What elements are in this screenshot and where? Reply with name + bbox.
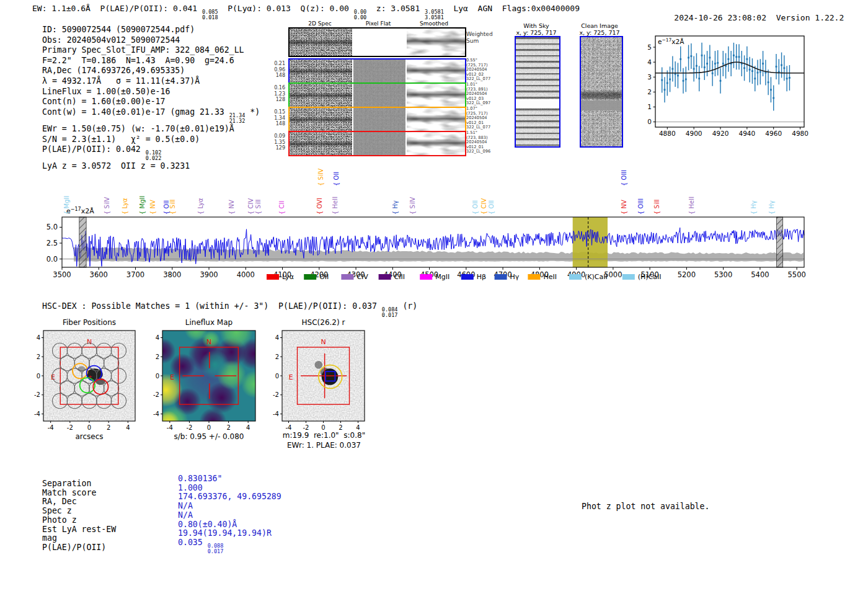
svg-text:0: 0 <box>207 424 211 431</box>
svg-text:5: 5 <box>647 43 652 51</box>
match-value: N/A <box>178 502 281 511</box>
line-fit-inset-chart: 488049004920494049604980012345e−17x2Å <box>644 32 808 143</box>
legend-swatch-MgII <box>420 274 432 280</box>
detection-info-block: ID: 5090072544 (5090072544.pdf)Obs: 2024… <box>42 25 260 172</box>
svg-text:4: 4 <box>126 424 130 431</box>
info-line-7: Cont(n) = 1.60(±0.00)e-17 <box>42 97 260 107</box>
stacked-fraction: 21.3421.32 <box>229 113 246 124</box>
svg-text:0: 0 <box>321 424 325 431</box>
weighted-sum-label: WeightedSum <box>466 31 493 45</box>
svg-text:5300: 5300 <box>714 270 732 279</box>
svg-text:1: 1 <box>647 103 652 110</box>
spec2d-pixelflat-image <box>353 29 405 56</box>
legend-swatch-HeII <box>528 274 540 280</box>
clean-dark-band <box>581 92 622 99</box>
match-label: P(LAE)/P(OII) <box>42 543 116 553</box>
compass-east: E <box>289 373 293 381</box>
lineflux-xlabel: s/b: 0.95 +/- 0.080 <box>153 432 265 441</box>
svg-text:4: 4 <box>246 424 250 431</box>
match-label: mag <box>42 534 116 543</box>
spec2d-row-left-labels: 0.161.23128 <box>268 85 285 103</box>
compass-east: E <box>51 373 55 381</box>
masked-band <box>777 217 783 267</box>
svg-text:4: 4 <box>37 334 40 341</box>
elixer-report-page: EW: 1.1±0.6Å P(LAE)/P(OII): 0.041 0.0850… <box>0 0 868 591</box>
legend-swatch-(H)CaII <box>622 274 635 280</box>
legend-swatch-OII <box>304 274 316 280</box>
report-datetime: 2024-10-26 23:08:02 <box>674 13 766 22</box>
phot-z-note: Phot z plot not available. <box>582 502 709 511</box>
clean-image <box>580 36 623 148</box>
svg-text:5.0: 5.0 <box>46 223 58 231</box>
svg-text:-2: -2 <box>186 424 192 431</box>
svg-text:3900: 3900 <box>200 270 218 279</box>
legend-label: OII <box>319 273 329 281</box>
info-line-0: ID: 5090072544 (5090072544.pdf) <box>42 25 260 35</box>
info-line-1: Obs: 20240504v012_5090072544 <box>42 35 260 46</box>
hsc-dex-summary: HSC-DEX : Possible Matches = 1 (within +… <box>42 301 417 318</box>
line-marker-Hγ: { Hγ <box>768 200 775 215</box>
match-label: Spec z <box>42 507 116 516</box>
svg-text:2: 2 <box>647 88 652 96</box>
svg-text:2: 2 <box>156 353 159 360</box>
spec2d-pixelflat-image <box>353 60 405 82</box>
spec2d-row-right-labels: 1.07"(725, 717)20240504v012_01322_LL_077 <box>466 107 496 130</box>
legend-label: (H)CaII <box>638 273 662 281</box>
svg-text:5200: 5200 <box>678 270 696 279</box>
spec2d-smoothed-image <box>407 60 465 82</box>
svg-text:4960: 4960 <box>765 130 782 137</box>
legend-swatch-CIII <box>379 274 391 280</box>
legend-label: MgII <box>435 273 450 281</box>
svg-text:4: 4 <box>275 334 279 341</box>
svg-text:0: 0 <box>37 373 40 380</box>
emission-line-markers: { MgII{ SiIV{ Lyα{ MgII{ NV{ OII{ SiII{ … <box>63 168 775 215</box>
match-value: 0.830136" <box>178 474 281 484</box>
svg-text:2.5: 2.5 <box>46 239 58 247</box>
match-value: 0.80(±0.40)Å <box>178 520 281 530</box>
compass-north: N <box>87 338 92 346</box>
fiber-xlabel: arcsecs <box>43 432 135 441</box>
hsc-xlabel2: EWr: 1. PLAE: 0.037 <box>264 441 384 450</box>
svg-text:-4: -4 <box>153 411 159 417</box>
compass-east: E <box>170 373 174 381</box>
line-marker-CIV: { CIV <box>247 198 254 215</box>
legend-label: Hβ <box>477 273 486 281</box>
spec2d-col-header: Pixel Flat <box>350 20 406 27</box>
line-marker-SiII: { SiII <box>169 199 176 215</box>
svg-text:-2: -2 <box>34 391 40 398</box>
legend-swatch-CIV <box>341 274 353 280</box>
line-marker-OVI: { OVI <box>316 198 323 215</box>
svg-text:3: 3 <box>647 73 652 81</box>
line-marker-OII: { OII <box>472 200 479 215</box>
svg-text:2: 2 <box>107 424 110 431</box>
info-line-9: EWr = 1.50(±0.75) (w: -1.70(±0.01)e19)Å <box>42 124 260 135</box>
legend-label: Lyα <box>282 273 294 281</box>
line-marker-HeII: { HeII <box>332 197 339 215</box>
spec2d-smoothed-image <box>407 132 465 155</box>
line-marker-Hγ: { Hγ <box>392 200 399 215</box>
match-label: Est LyA rest-EW <box>42 525 116 535</box>
info-line-2: Primary Spec_Slot_IFU_AMP: 322_084_062_L… <box>42 45 260 56</box>
spec2d-row-right-labels: 1.51"(723, 883)20240504v012_01322_LL_096 <box>466 131 496 154</box>
spec2d-row <box>288 27 466 57</box>
line-marker-SiII: { SiII <box>653 199 660 215</box>
match-label: Photo z <box>42 516 116 525</box>
spec2d-2dspec-image <box>290 108 352 131</box>
hsc-cutout-plot: -4-4-2-2002244NE <box>264 326 375 432</box>
stacked-fraction: 3.05813.0581 <box>425 9 444 20</box>
spec2d-row <box>288 131 466 156</box>
spec2d-row-left-labels: 0.151.34148 <box>268 109 285 127</box>
svg-text:4: 4 <box>156 334 159 341</box>
svg-text:-2: -2 <box>303 424 309 431</box>
header-datetime-version: 2024-10-26 23:08:02 Version 1.22.2 <box>655 4 844 32</box>
sky-gap-band <box>516 99 559 108</box>
with-sky-title: With Sky x, y: 725, 717 <box>508 22 564 36</box>
spec2d-pixelflat-image <box>353 84 405 107</box>
svg-text:2: 2 <box>339 424 342 431</box>
spec2d-row-left-labels: 0.210.96148 <box>268 61 285 79</box>
legend-swatch-Lyα <box>267 274 279 280</box>
svg-text:2: 2 <box>37 353 40 360</box>
info-line-4: RA,Dec (174.693726,49.695335) <box>42 66 260 76</box>
match-label: Separation <box>42 479 116 489</box>
svg-text:-4: -4 <box>273 411 279 417</box>
